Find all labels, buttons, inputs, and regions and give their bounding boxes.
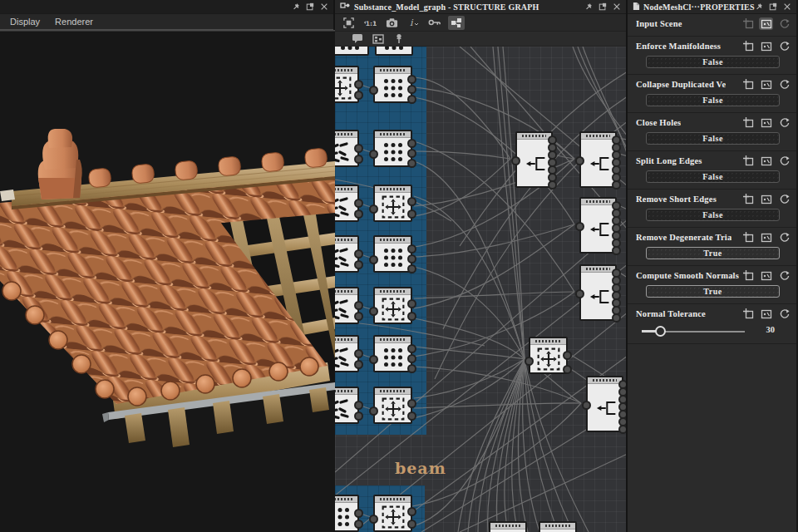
graph-node-scatter[interactable]: [335, 130, 359, 167]
output-connector[interactable]: [407, 264, 416, 273]
output-connector[interactable]: [407, 209, 416, 219]
output-connector[interactable]: [354, 509, 363, 518]
output-connector[interactable]: [354, 155, 363, 164]
input-connector[interactable]: [369, 355, 378, 364]
close-icon[interactable]: [613, 2, 621, 11]
output-connector[interactable]: [407, 139, 416, 148]
add-keyframe-icon[interactable]: [741, 78, 755, 91]
slider-handle[interactable]: [655, 326, 666, 337]
reset-icon[interactable]: [777, 116, 791, 129]
graph-node-transform[interactable]: [335, 66, 359, 103]
expression-icon[interactable]: [759, 231, 773, 244]
add-keyframe-icon[interactable]: [741, 231, 755, 244]
reset-icon[interactable]: [777, 269, 791, 282]
output-connector[interactable]: [354, 144, 363, 153]
frame-all-icon[interactable]: [340, 16, 357, 30]
output-connector[interactable]: [354, 260, 363, 269]
expression-icon[interactable]: [759, 78, 773, 91]
graph-node-scatter[interactable]: [335, 387, 359, 424]
input-connector[interactable]: [582, 401, 591, 410]
output-connector[interactable]: [407, 244, 416, 254]
output-connector[interactable]: [354, 360, 363, 369]
expression-icon[interactable]: [759, 308, 773, 320]
output-connector[interactable]: [354, 401, 363, 410]
graph-node-merge[interactable]: [579, 131, 617, 188]
output-connector[interactable]: [563, 365, 572, 374]
graph-node-transform[interactable]: [373, 495, 412, 532]
output-connector[interactable]: [548, 180, 557, 190]
graph-node-dots[interactable]: [489, 521, 527, 532]
pin-icon[interactable]: [292, 2, 300, 11]
add-keyframe-icon[interactable]: [741, 155, 755, 167]
input-connector[interactable]: [369, 307, 378, 316]
add-keyframe-icon[interactable]: [741, 17, 755, 30]
pin-icon[interactable]: [755, 2, 763, 11]
property-value-button[interactable]: True: [646, 285, 780, 298]
input-connector[interactable]: [369, 86, 378, 95]
input-connector[interactable]: [575, 156, 584, 165]
reset-icon[interactable]: [777, 155, 791, 167]
output-connector[interactable]: [354, 249, 363, 259]
output-connector[interactable]: [354, 199, 363, 208]
graph-node-transform[interactable]: [539, 521, 577, 532]
close-icon[interactable]: [320, 2, 328, 11]
restore-icon[interactable]: [598, 2, 607, 11]
output-connector[interactable]: [407, 75, 416, 84]
add-keyframe-icon[interactable]: [741, 269, 755, 282]
output-connector[interactable]: [407, 411, 416, 421]
pin2-icon[interactable]: [392, 32, 406, 45]
menu-renderer[interactable]: Renderer: [55, 17, 93, 27]
graph-node-dots[interactable]: [373, 130, 412, 167]
graph-node-merge[interactable]: [579, 197, 617, 254]
output-connector[interactable]: [407, 159, 416, 168]
input-connector[interactable]: [369, 204, 378, 214]
link-icon[interactable]: [426, 16, 443, 30]
reset-icon[interactable]: [777, 193, 791, 205]
output-connector[interactable]: [354, 312, 363, 321]
restore-icon[interactable]: [769, 2, 777, 11]
graph-node-dots[interactable]: [373, 66, 412, 103]
comment-icon[interactable]: [350, 32, 365, 45]
expression-icon[interactable]: [759, 116, 773, 129]
expression-icon[interactable]: [759, 40, 773, 52]
output-connector[interactable]: [407, 520, 416, 529]
property-value-button[interactable]: False: [646, 209, 780, 221]
output-connector[interactable]: [354, 520, 363, 529]
graph-node-dots[interactable]: [335, 495, 359, 532]
graph-canvas[interactable]: beam: [335, 47, 626, 532]
graph-node-transform[interactable]: [373, 185, 412, 222]
graph-node-transform[interactable]: [529, 337, 568, 374]
add-keyframe-icon[interactable]: [741, 193, 755, 205]
output-connector[interactable]: [354, 91, 363, 100]
output-connector[interactable]: [354, 411, 363, 421]
graph-node-transform[interactable]: [373, 287, 412, 324]
reset-icon[interactable]: [777, 78, 791, 91]
input-connector[interactable]: [369, 515, 378, 524]
add-keyframe-icon[interactable]: [741, 308, 755, 320]
reset-icon[interactable]: [777, 17, 791, 30]
output-connector[interactable]: [407, 299, 416, 308]
add-keyframe-icon[interactable]: [741, 40, 755, 52]
graph-node-transform[interactable]: [373, 387, 412, 424]
graph-node-dots[interactable]: [335, 47, 369, 56]
frame-icon[interactable]: [371, 32, 386, 45]
output-connector[interactable]: [407, 344, 416, 353]
property-value-button[interactable]: False: [646, 170, 780, 183]
graph-node-merge[interactable]: [579, 264, 617, 321]
output-connector[interactable]: [612, 313, 621, 323]
expression-icon[interactable]: [759, 17, 773, 30]
output-connector[interactable]: [407, 85, 416, 94]
output-connector[interactable]: [354, 301, 363, 310]
input-connector[interactable]: [369, 255, 378, 264]
input-connector[interactable]: [525, 357, 534, 366]
output-connector[interactable]: [407, 254, 416, 264]
graph-node-dots[interactable]: [375, 47, 413, 56]
graph-node-merge[interactable]: [586, 376, 623, 432]
output-connector[interactable]: [407, 312, 416, 321]
menu-display[interactable]: Display: [10, 17, 40, 27]
graph-node-dots[interactable]: [373, 235, 412, 273]
output-connector[interactable]: [563, 351, 572, 360]
output-connector[interactable]: [407, 149, 416, 158]
viewport-3d[interactable]: [0, 30, 333, 530]
expression-icon[interactable]: [759, 193, 773, 205]
